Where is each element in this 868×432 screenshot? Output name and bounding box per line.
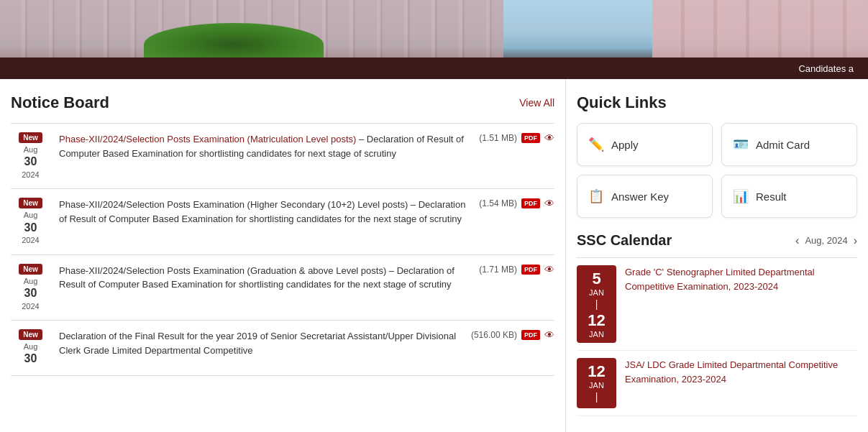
notice-content: Phase-XII/2024/Selection Posts Examinati…: [59, 198, 470, 226]
calendar-entry: 5 JAN | 12 JAN Grade 'C' Stenographer Li…: [577, 258, 857, 351]
notice-content: Phase-XII/2024/Selection Posts Examinati…: [59, 132, 470, 160]
notice-item: New Aug 30 2024 Phase-XII/2024/Selection…: [11, 189, 554, 254]
result-label: Result: [756, 190, 787, 203]
new-tag: New: [19, 198, 42, 208]
notice-date: Aug 30: [24, 341, 38, 367]
ssc-calendar-header: SSC Calendar ‹ Aug, 2024 ›: [577, 232, 857, 249]
file-size: (516.00 KB): [471, 330, 517, 340]
notice-list: New Aug 30 2024 Phase-XII/2024/Selection…: [11, 123, 554, 376]
calendar-entries: 5 JAN | 12 JAN Grade 'C' Stenographer Li…: [577, 257, 857, 416]
cal-date-block: 12 JAN |: [577, 358, 616, 408]
notice-item: New Aug 30 2024 Phase-XII/2024/Selection…: [11, 255, 554, 321]
admit-card-icon: 🪪: [733, 137, 749, 152]
notice-date: Aug 30 2024: [22, 210, 39, 245]
notice-board-header: Notice Board View All: [11, 93, 554, 112]
new-tag: New: [19, 329, 42, 340]
admit-card-card[interactable]: 🪪 Admit Card: [721, 123, 857, 166]
cal-event-text: JSA/ LDC Grade Limited Departmental Comp…: [625, 358, 857, 386]
new-tag: New: [19, 264, 42, 275]
answer-key-label: Answer Key: [611, 190, 669, 203]
file-size: (1.71 MB): [479, 265, 517, 275]
notice-meta: (1.51 MB) PDF 👁: [479, 132, 554, 144]
quick-links-title: Quick Links: [577, 93, 857, 112]
cal-event-text: Grade 'C' Stenographer Limited Departmen…: [625, 265, 857, 293]
header-dark-bar: Candidates a: [0, 58, 868, 79]
eye-icon[interactable]: 👁: [544, 132, 554, 144]
notice-date: Aug 30 2024: [22, 144, 39, 180]
notice-meta: (1.71 MB) PDF 👁: [479, 264, 554, 275]
calendar-month-display: Aug, 2024: [805, 235, 847, 246]
calendar-entry: 12 JAN | JSA/ LDC Grade Limited Departme…: [577, 351, 857, 416]
pdf-badge: PDF: [521, 330, 540, 340]
view-all-link[interactable]: View All: [519, 97, 554, 109]
notice-meta: (516.00 KB) PDF 👁: [471, 329, 554, 341]
notice-item: New Aug 30 2024 Phase-XII/2024/Selection…: [11, 124, 554, 189]
eye-icon[interactable]: 👁: [544, 198, 554, 209]
right-panel: Quick Links ✏️ Apply 🪪 Admit Card 📋 Answ…: [566, 79, 868, 432]
pdf-badge: PDF: [521, 198, 540, 208]
notice-item: New Aug 30 Declaration of the Final Resu…: [11, 321, 554, 376]
result-card[interactable]: 📊 Result: [721, 175, 857, 218]
ssc-calendar-title: SSC Calendar: [577, 232, 672, 249]
header-image: Candidates a: [0, 0, 868, 79]
notice-content: Phase-XII/2024/Selection Posts Examinati…: [59, 264, 470, 292]
notice-link[interactable]: Phase-XII/2024/Selection Posts Examinati…: [59, 134, 356, 144]
apply-card[interactable]: ✏️ Apply: [577, 123, 713, 166]
notice-date: Aug 30 2024: [22, 276, 39, 311]
apply-label: Apply: [611, 139, 639, 151]
main-content: Notice Board View All New Aug 30 2024: [0, 79, 868, 432]
building-right: [652, 0, 868, 65]
notice-badge: New Aug 30 2024: [11, 132, 50, 180]
admit-card-label: Admit Card: [756, 139, 810, 151]
prev-month-arrow[interactable]: ‹: [795, 234, 799, 247]
notice-list-container[interactable]: New Aug 30 2024 Phase-XII/2024/Selection…: [11, 123, 554, 376]
cal-event-link[interactable]: JSA/ LDC Grade Limited Departmental Comp…: [625, 359, 838, 385]
result-icon: 📊: [733, 188, 749, 204]
pdf-badge: PDF: [521, 265, 540, 275]
cal-date-block: 5 JAN | 12 JAN: [577, 265, 616, 343]
answer-key-icon: 📋: [588, 188, 604, 204]
file-size: (1.54 MB): [479, 198, 517, 208]
answer-key-card[interactable]: 📋 Answer Key: [577, 175, 713, 218]
apply-icon: ✏️: [588, 137, 604, 152]
new-tag: New: [19, 132, 42, 143]
eye-icon[interactable]: 👁: [544, 329, 554, 341]
notice-badge: New Aug 30 2024: [11, 198, 50, 245]
notice-badge: New Aug 30: [11, 329, 50, 367]
notice-board-panel: Notice Board View All New Aug 30 2024: [0, 79, 566, 432]
eye-icon[interactable]: 👁: [544, 264, 554, 275]
candidates-text: Candidates a: [798, 63, 854, 74]
next-month-arrow[interactable]: ›: [854, 234, 857, 247]
calendar-nav: ‹ Aug, 2024 ›: [795, 234, 857, 247]
file-size: (1.51 MB): [479, 133, 517, 143]
quick-links-grid: ✏️ Apply 🪪 Admit Card 📋 Answer Key 📊 Res…: [577, 123, 857, 218]
pdf-badge: PDF: [521, 133, 540, 143]
notice-meta: (1.54 MB) PDF 👁: [479, 198, 554, 209]
notice-badge: New Aug 30 2024: [11, 264, 50, 311]
notice-content: Declaration of the Final Result for the …: [59, 329, 462, 357]
cal-event-link[interactable]: Grade 'C' Stenographer Limited Departmen…: [625, 267, 815, 292]
notice-board-title: Notice Board: [11, 93, 109, 112]
